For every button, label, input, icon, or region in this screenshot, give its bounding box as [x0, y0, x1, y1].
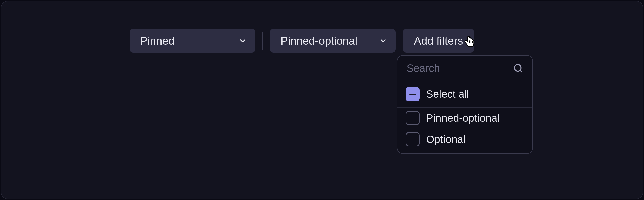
select-all-row[interactable]: Select all [397, 81, 532, 108]
filter-option-row[interactable]: Optional [397, 129, 532, 153]
filter-option-label: Pinned-optional [426, 112, 500, 124]
filter-option-row[interactable]: Pinned-optional [397, 108, 532, 129]
pinned-dropdown[interactable]: Pinned [130, 29, 255, 53]
search-icon [513, 63, 523, 74]
checkbox-unchecked[interactable] [406, 111, 420, 125]
svg-line-1 [520, 70, 522, 72]
search-row [397, 56, 532, 81]
indeterminate-dash-icon [409, 94, 416, 95]
add-filters-popover: Select all Pinned-optional Optional [397, 55, 533, 154]
add-filters-label: Add filters [414, 35, 463, 47]
pinned-dropdown-label: Pinned [140, 35, 175, 47]
filter-panel: Pinned Pinned-optional Add filters [1, 1, 643, 199]
select-all-label: Select all [426, 88, 469, 100]
chevron-down-icon [379, 37, 387, 45]
checkbox-unchecked[interactable] [406, 132, 420, 146]
pinned-optional-dropdown-label: Pinned-optional [280, 35, 357, 47]
search-input[interactable] [407, 62, 513, 74]
filter-toolbar: Pinned Pinned-optional Add filters [130, 29, 474, 53]
toolbar-divider [262, 32, 263, 50]
select-all-checkbox-indeterminate[interactable] [406, 87, 420, 101]
chevron-down-icon [239, 37, 247, 45]
add-filters-button[interactable]: Add filters [403, 29, 474, 53]
pinned-optional-dropdown[interactable]: Pinned-optional [270, 29, 396, 53]
filter-option-label: Optional [426, 133, 465, 145]
